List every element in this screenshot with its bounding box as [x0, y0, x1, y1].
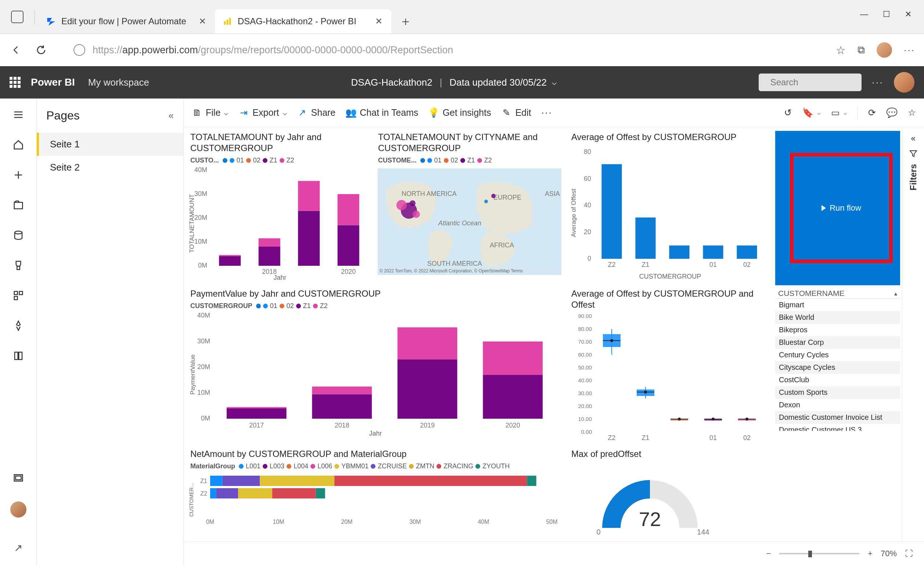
apps-icon[interactable]	[12, 289, 25, 302]
visual-avg-offset-bar[interactable]: Average of Offest by CUSTOMERGROUP 02040…	[569, 131, 773, 285]
page-item-seite2[interactable]: Seite 2	[37, 156, 183, 179]
menu-icon[interactable]	[12, 108, 25, 121]
slicer-row[interactable]: Bluestar Corp	[775, 337, 900, 349]
slicer-row[interactable]: Cityscape Cycles	[775, 361, 900, 374]
site-info-icon[interactable]	[74, 44, 85, 56]
toolbar-more-icon[interactable]: ···	[542, 107, 553, 118]
close-icon[interactable]: ✕	[197, 15, 208, 28]
slicer-row[interactable]: Domestic Customer US 3	[775, 424, 900, 431]
slicer-row[interactable]: CostClub	[775, 374, 900, 386]
browse-icon[interactable]	[12, 198, 25, 212]
app-launcher-icon[interactable]	[9, 77, 21, 88]
visual-payment-jahr[interactable]: PaymentValue by Jahr and CUSTOMERGROUP C…	[188, 287, 567, 446]
star-icon[interactable]: ☆	[908, 107, 916, 118]
minimize-icon[interactable]: —	[860, 9, 868, 19]
svg-text:Atlantic Ocean: Atlantic Ocean	[438, 219, 481, 227]
search-input[interactable]	[770, 77, 880, 87]
slicer-sort-icon[interactable]: ▴	[894, 290, 897, 297]
create-icon[interactable]	[12, 168, 25, 182]
empty-cell	[775, 448, 900, 539]
more-options-icon[interactable]: ···	[872, 77, 884, 88]
visual-gauge[interactable]: Max of predOffset 720144	[569, 448, 773, 539]
close-window-icon[interactable]: ✕	[905, 9, 912, 19]
export-menu[interactable]: ⇥Export ⌵	[238, 107, 286, 118]
home-icon[interactable]	[12, 138, 25, 152]
svg-rect-122	[272, 488, 316, 499]
run-flow-button[interactable]: Run flow	[822, 203, 861, 213]
workspaces-icon[interactable]	[12, 471, 25, 484]
slicer-list[interactable]: BigmartBike WorldBikeprosBluestar CorpCe…	[775, 299, 900, 431]
data-hub-icon[interactable]	[12, 228, 25, 242]
svg-text:144: 144	[697, 528, 709, 535]
slicer-row[interactable]: Dexon	[775, 399, 900, 411]
maximize-icon[interactable]: ☐	[883, 9, 890, 19]
favorite-icon[interactable]: ☆	[836, 44, 846, 57]
slicer-row[interactable]: Bike World	[775, 311, 900, 324]
collections-icon[interactable]: ⧉	[858, 44, 865, 56]
search-box[interactable]	[759, 74, 861, 91]
share-button[interactable]: ↗Share	[297, 107, 336, 118]
visual-avg-offset-box[interactable]: Average of Offest by CUSTOMERGROUP and O…	[569, 287, 773, 446]
browser-tab-powerbi[interactable]: DSAG-Hackathon2 - Power BI ✕	[215, 9, 391, 33]
chevron-down-icon[interactable]: ⌵	[552, 78, 556, 87]
user-avatar[interactable]	[894, 72, 915, 93]
fit-to-page-icon[interactable]: ⛶	[905, 549, 913, 558]
visual-customer-slicer[interactable]: CUSTOMERNAME ▴ BigmartBike WorldBikepros…	[775, 287, 900, 446]
slicer-row[interactable]: Domestic Customer Invoice List	[775, 411, 900, 424]
filters-pane-collapsed[interactable]: « Filters	[902, 127, 924, 541]
product-name[interactable]: Power BI	[31, 77, 75, 88]
new-tab-button[interactable]: ＋	[391, 9, 420, 33]
file-menu[interactable]: 🗎File ⌵	[192, 107, 228, 118]
my-workspace-avatar[interactable]	[10, 501, 27, 518]
svg-text:Z2: Z2	[608, 434, 615, 442]
svg-rect-52	[669, 246, 689, 259]
close-icon[interactable]: ✕	[374, 15, 384, 28]
bookmark-icon[interactable]: 🔖 ⌵	[802, 107, 821, 118]
zoom-in-button[interactable]: +	[868, 549, 873, 558]
url-display[interactable]: https://app.powerbi.com/groups/me/report…	[93, 45, 453, 56]
slicer-row[interactable]: Bikepros	[775, 324, 900, 337]
back-button[interactable]	[9, 43, 24, 57]
visual-totalnet-jahr[interactable]: TOTALNETAMOUNT by Jahr and CUSTOMERGROUP…	[188, 131, 374, 285]
svg-text:30M: 30M	[194, 190, 207, 197]
refresh-button[interactable]	[34, 43, 48, 57]
visual-run-flow[interactable]: Run flow	[775, 131, 900, 285]
chart-title: Average of Offest by CUSTOMERGROUP and O…	[569, 287, 773, 313]
workspace-breadcrumb[interactable]: My workspace	[88, 77, 149, 88]
deployment-icon[interactable]	[12, 319, 25, 332]
svg-rect-73	[483, 375, 543, 419]
refresh-visuals-icon[interactable]: ⟳	[868, 107, 876, 118]
browser-tab-power-automate[interactable]: Edit your flow | Power Automate ✕	[39, 9, 215, 33]
browser-menu-icon[interactable]: ···	[904, 45, 915, 56]
get-insights-button[interactable]: 💡Get insights	[429, 107, 491, 118]
expand-filters-icon[interactable]: «	[911, 134, 915, 143]
filter-icon	[909, 149, 918, 158]
tab-title: Edit your flow | Power Automate	[62, 16, 192, 27]
profile-avatar[interactable]	[877, 42, 892, 58]
reset-icon[interactable]: ↺	[784, 107, 792, 118]
learn-icon[interactable]	[12, 349, 25, 362]
svg-rect-71	[398, 328, 458, 360]
visual-netamount-mg[interactable]: NetAmount by CUSTOMERGROUP and MaterialG…	[188, 448, 567, 539]
slicer-row[interactable]: Bigmart	[775, 299, 900, 311]
visual-map[interactable]: TOTALNETAMOUNT by CITYNAME and CUSTOMERG…	[376, 131, 567, 285]
slicer-row[interactable]: Century Cycles	[775, 349, 900, 361]
edit-button[interactable]: ✎Edit	[501, 107, 531, 118]
svg-text:10M: 10M	[194, 238, 207, 245]
collapse-pages-icon[interactable]: «	[169, 110, 174, 121]
tab-actions-icon[interactable]	[11, 11, 24, 23]
svg-rect-20	[259, 238, 280, 246]
comments-icon[interactable]: 💬	[886, 107, 897, 118]
svg-rect-22	[298, 211, 320, 266]
chat-teams-button[interactable]: 👥Chat in Teams	[346, 107, 418, 118]
slicer-row[interactable]: Custom Sports	[775, 386, 900, 399]
zoom-slider[interactable]	[779, 553, 860, 554]
view-icon[interactable]: ▭ ⌵	[831, 107, 847, 118]
svg-text:2018: 2018	[335, 422, 350, 429]
expand-nav-icon[interactable]: ↗	[14, 542, 22, 554]
page-item-seite1[interactable]: Seite 1	[37, 133, 183, 156]
svg-text:Z1: Z1	[642, 261, 649, 268]
goals-icon[interactable]	[12, 259, 25, 272]
zoom-out-button[interactable]: −	[766, 549, 771, 558]
chart-body: 720144	[569, 462, 771, 535]
